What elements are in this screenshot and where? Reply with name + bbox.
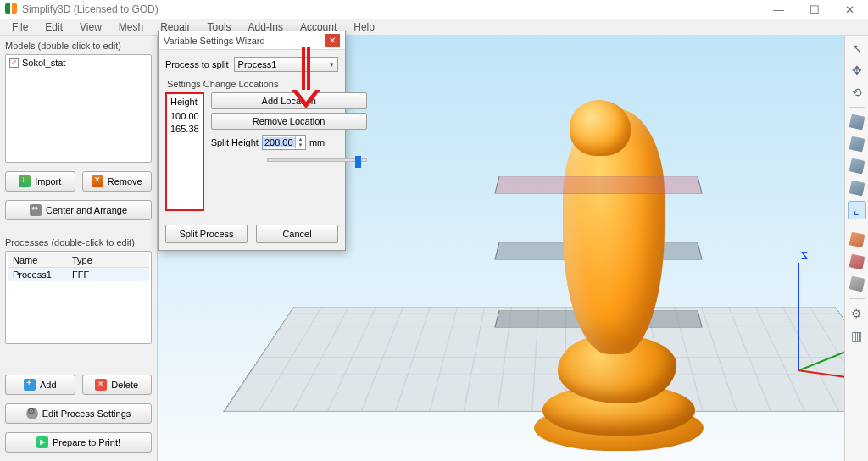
window-title: Simplify3D (Licensed to GOD) <box>22 3 768 15</box>
view-top-icon[interactable] <box>848 113 866 131</box>
edit-process-settings-button[interactable]: Edit Process Settings <box>5 403 152 424</box>
remove-icon <box>92 175 103 187</box>
import-icon <box>19 175 31 187</box>
view-iso-icon[interactable] <box>848 179 866 197</box>
location-item[interactable]: 165.38 <box>170 123 199 136</box>
remove-location-button[interactable]: Remove Location <box>211 113 367 130</box>
remove-button[interactable]: Remove <box>82 171 153 192</box>
table-row[interactable]: Process1 FFF <box>8 268 149 281</box>
menu-help[interactable]: Help <box>345 19 383 35</box>
dialog-titlebar[interactable]: Variable Settings Wizard ✕ <box>159 31 345 50</box>
locations-group-label: Settings Change Locations <box>167 79 338 89</box>
plus-icon <box>24 379 36 391</box>
toggle-light-icon[interactable] <box>848 253 866 271</box>
menu-bar: File Edit View Mesh Repair Tools Add-Ins… <box>0 19 868 36</box>
view-home-icon[interactable]: ⌞ <box>848 201 866 219</box>
model-checkbox[interactable]: ✓ <box>9 58 19 68</box>
table-header: Name Type <box>8 253 149 268</box>
tool-move-icon[interactable]: ✥ <box>848 61 866 80</box>
divider <box>849 225 865 225</box>
divider <box>849 298 865 299</box>
toggle-axes-icon[interactable] <box>848 230 866 249</box>
split-process-button[interactable]: Split Process <box>165 225 248 243</box>
window-minimize-button[interactable]: — <box>768 3 789 16</box>
process-select[interactable]: Process1 <box>234 57 338 72</box>
window-titlebar: Simplify3D (Licensed to GOD) — ☐ ✕ <box>0 0 868 19</box>
delete-process-button[interactable]: Delete <box>82 375 153 395</box>
window-close-button[interactable]: ✕ <box>840 3 860 16</box>
view-side-icon[interactable] <box>848 157 866 175</box>
import-button[interactable]: Import <box>5 171 75 192</box>
models-list[interactable]: ✓ Sokol_stat <box>5 54 152 163</box>
locations-header: Height <box>170 96 199 110</box>
dialog-close-button[interactable]: ✕ <box>325 34 340 47</box>
model-item[interactable]: ✓ Sokol_stat <box>8 57 149 69</box>
menu-mesh[interactable]: Mesh <box>110 19 152 35</box>
center-icon <box>30 204 42 216</box>
processes-table[interactable]: Name Type Process1 FFF <box>5 251 152 344</box>
model-name: Sokol_stat <box>22 58 65 68</box>
prepare-print-button[interactable]: Prepare to Print! <box>5 432 152 453</box>
processes-label: Processes (double-click to edit) <box>5 237 152 247</box>
left-panel: Models (double-click to edit) ✓ Sokol_st… <box>0 36 157 461</box>
cut-plane <box>494 242 702 260</box>
col-type: Type <box>67 253 149 267</box>
dialog-title: Variable Settings Wizard <box>164 36 325 46</box>
slider-thumb[interactable] <box>355 156 361 168</box>
cancel-button[interactable]: Cancel <box>256 225 338 243</box>
add-process-button[interactable]: Add <box>5 375 75 395</box>
divider <box>849 107 865 108</box>
settings-icon[interactable]: ⚙ <box>848 304 866 323</box>
tool-rotate-icon[interactable]: ⟲ <box>848 83 866 102</box>
process-to-split-label: Process to split <box>165 59 229 69</box>
view-front-icon[interactable] <box>848 135 866 153</box>
split-height-label: Split Height <box>211 137 259 147</box>
delete-icon <box>95 379 107 391</box>
gear-icon <box>26 408 38 419</box>
tool-cursor-icon[interactable]: ↖ <box>848 39 866 58</box>
support-icon[interactable]: ▥ <box>848 326 866 345</box>
cut-plane <box>494 176 702 194</box>
col-name: Name <box>8 253 67 267</box>
split-height-input[interactable]: ▲▼ <box>262 135 306 150</box>
menu-file[interactable]: File <box>3 19 36 35</box>
window-maximize-button[interactable]: ☐ <box>804 3 825 16</box>
app-logo-icon <box>5 3 17 15</box>
variable-settings-dialog: Variable Settings Wizard ✕ Process to sp… <box>158 31 346 251</box>
play-icon <box>36 436 48 448</box>
models-label: Models (double-click to edit) <box>5 41 152 51</box>
right-toolbar: ↖ ✥ ⟲ ⌞ ⚙ ▥ <box>844 36 868 461</box>
split-height-field[interactable] <box>263 137 295 147</box>
menu-edit[interactable]: Edit <box>36 19 71 35</box>
location-item[interactable]: 100.00 <box>170 110 199 123</box>
add-location-button[interactable]: Add Location <box>211 92 367 109</box>
menu-view[interactable]: View <box>71 19 110 35</box>
center-arrange-button[interactable]: Center and Arrange <box>5 200 152 220</box>
axis-z-icon <box>798 263 799 371</box>
toggle-plane-icon[interactable] <box>848 275 866 293</box>
unit-label: mm <box>309 137 325 147</box>
spinner-arrows-icon[interactable]: ▲▼ <box>295 136 305 148</box>
locations-list[interactable]: Height 100.00 165.38 <box>165 92 204 211</box>
cut-plane <box>494 310 702 328</box>
split-height-slider[interactable] <box>267 158 367 162</box>
